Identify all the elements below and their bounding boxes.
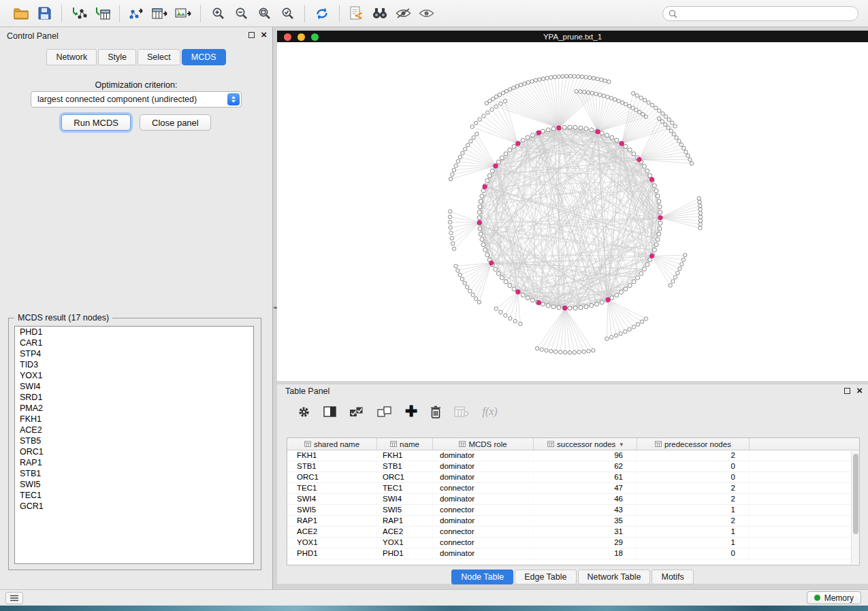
search-network-icon[interactable]	[368, 3, 391, 24]
column-header-shared-name[interactable]: shared name	[287, 438, 377, 450]
table-row[interactable]: STB1STB1dominator620	[287, 461, 859, 472]
settings-gear-icon[interactable]	[298, 404, 310, 419]
mcds-list-item[interactable]: YOX1	[15, 370, 253, 381]
columns-icon[interactable]	[323, 404, 336, 419]
export-image-icon[interactable]	[172, 3, 195, 24]
mcds-list-item[interactable]: GCR1	[15, 501, 253, 512]
table-row[interactable]: FKH1FKH1dominator962	[287, 450, 859, 461]
add-icon[interactable]: ✚	[405, 404, 417, 419]
show-icon[interactable]	[415, 3, 438, 24]
mcds-list-item[interactable]: ACE2	[15, 425, 253, 435]
network-canvas[interactable]	[277, 42, 868, 381]
desktop-background	[0, 606, 868, 611]
mcds-list-item[interactable]: STB5	[15, 435, 253, 446]
cell-MCDS-role: dominator	[433, 548, 534, 559]
mcds-list-item[interactable]: FKH1	[15, 414, 253, 425]
scrollbar-thumb[interactable]	[853, 454, 858, 534]
refresh-layout-icon[interactable]	[310, 3, 334, 24]
application-window: Control Panel × NetworkStyleSelectMCDS O…	[0, 0, 868, 611]
mcds-list-item[interactable]: TEC1	[15, 490, 253, 501]
import-network-icon[interactable]	[67, 3, 91, 24]
tab-node-table[interactable]: Node Table	[451, 569, 513, 584]
cell-successor-nodes: 18	[534, 548, 637, 559]
tab-style[interactable]: Style	[98, 49, 136, 65]
close-panel-button[interactable]: Close panel	[140, 114, 211, 131]
import-table-icon[interactable]	[91, 3, 114, 24]
panel-menu-button[interactable]	[5, 592, 23, 604]
memory-button[interactable]: Memory	[807, 591, 861, 604]
close-panel-icon[interactable]: ×	[261, 31, 267, 38]
search-box[interactable]	[662, 6, 858, 21]
cell-predecessor-nodes: 1	[637, 538, 750, 548]
tab-select[interactable]: Select	[138, 49, 180, 65]
table-row[interactable]: ACE2ACE2connector311	[287, 527, 859, 538]
open-session-icon[interactable]	[10, 3, 33, 24]
window-close-icon[interactable]	[284, 33, 291, 41]
mcds-list-item[interactable]: CAR1	[15, 337, 253, 348]
zoom-fit-icon[interactable]	[253, 3, 276, 24]
run-mcds-button[interactable]: Run MCDS	[61, 114, 131, 131]
share-document-icon[interactable]	[345, 3, 368, 24]
network-title: YPA_prune.txt_1	[543, 33, 602, 41]
mcds-list-item[interactable]: SRD1	[15, 392, 253, 403]
criterion-select[interactable]: largest connected component (undirected)	[31, 91, 242, 108]
toolbar-divider	[200, 5, 201, 22]
cell-predecessor-nodes: 2	[637, 494, 750, 504]
cell-predecessor-nodes: 2	[637, 450, 750, 461]
tab-mcds[interactable]: MCDS	[182, 49, 226, 65]
mcds-list-item[interactable]: PMA2	[15, 403, 253, 414]
table-scrollbar[interactable]	[851, 451, 859, 564]
delete-icon[interactable]	[430, 404, 441, 419]
mcds-list-item[interactable]: RAP1	[15, 457, 253, 468]
mcds-list-item[interactable]: STB1	[15, 468, 253, 479]
cell-shared-name: SWI5	[287, 505, 377, 515]
table-row[interactable]: RAP1RAP1dominator352	[287, 516, 859, 527]
tab-network[interactable]: Network	[46, 49, 97, 65]
column-header-successor-nodes[interactable]: successor nodes▾	[534, 438, 637, 450]
table-row[interactable]: TEC1TEC1connector472	[287, 483, 859, 494]
node-table[interactable]: shared namenameMCDS rolesuccessor nodes▾…	[287, 437, 860, 565]
cell-predecessor-nodes: 0	[637, 461, 750, 472]
sort-indicator-icon[interactable]: ▾	[620, 441, 623, 448]
search-input[interactable]	[681, 7, 858, 20]
cell-MCDS-role: connector	[433, 538, 534, 548]
mcds-list-item[interactable]: SWI5	[15, 479, 253, 490]
table-row[interactable]: SWI4SWI4dominator462	[287, 494, 859, 505]
column-header-name[interactable]: name	[377, 438, 433, 450]
function-builder-icon: f(x)	[482, 404, 497, 419]
cell-predecessor-nodes: 2	[637, 483, 750, 493]
zoom-in-icon[interactable]	[206, 3, 229, 24]
float-panel-icon[interactable]	[248, 32, 255, 38]
deselect-all-icon[interactable]	[377, 404, 392, 419]
close-table-panel-icon[interactable]: ×	[856, 387, 863, 394]
cell-shared-name: TEC1	[287, 483, 377, 493]
mcds-list-item[interactable]: TID3	[15, 359, 253, 370]
mcds-list-item[interactable]: SWI4	[15, 381, 253, 392]
table-row[interactable]: ORC1ORC1dominator610	[287, 472, 859, 483]
window-minimize-icon[interactable]	[298, 33, 305, 41]
window-maximize-icon[interactable]	[311, 33, 319, 41]
table-row[interactable]: PHD1PHD1dominator180	[287, 548, 859, 559]
mcds-list-item[interactable]: STP4	[15, 348, 253, 359]
select-all-icon[interactable]	[349, 404, 364, 419]
network-window-titlebar: YPA_prune.txt_1	[277, 31, 868, 42]
network-canvas-svg[interactable]	[277, 42, 868, 381]
export-table-icon[interactable]	[148, 3, 172, 24]
zoom-selected-icon[interactable]	[276, 3, 299, 24]
tab-motifs[interactable]: Motifs	[652, 569, 693, 584]
tab-edge-table[interactable]: Edge Table	[515, 569, 576, 584]
table-row[interactable]: YOX1YOX1connector291	[287, 538, 859, 548]
cell-shared-name: ACE2	[287, 527, 377, 537]
tab-network-table[interactable]: Network Table	[578, 569, 651, 584]
zoom-out-icon[interactable]	[229, 3, 253, 24]
column-header-predecessor-nodes[interactable]: predecessor nodes	[637, 438, 750, 450]
save-session-icon[interactable]	[33, 3, 56, 24]
float-table-panel-icon[interactable]	[844, 388, 850, 394]
table-row[interactable]: SWI5SWI5connector431	[287, 505, 859, 516]
column-header-MCDS-role[interactable]: MCDS role	[433, 438, 534, 450]
mcds-result-list[interactable]: PHD1CAR1STP4TID3YOX1SWI4SRD1PMA2FKH1ACE2…	[14, 326, 254, 564]
hide-icon[interactable]	[391, 3, 415, 24]
export-network-icon[interactable]	[125, 3, 148, 24]
mcds-list-item[interactable]: ORC1	[15, 446, 253, 457]
mcds-list-item[interactable]: PHD1	[15, 327, 253, 337]
